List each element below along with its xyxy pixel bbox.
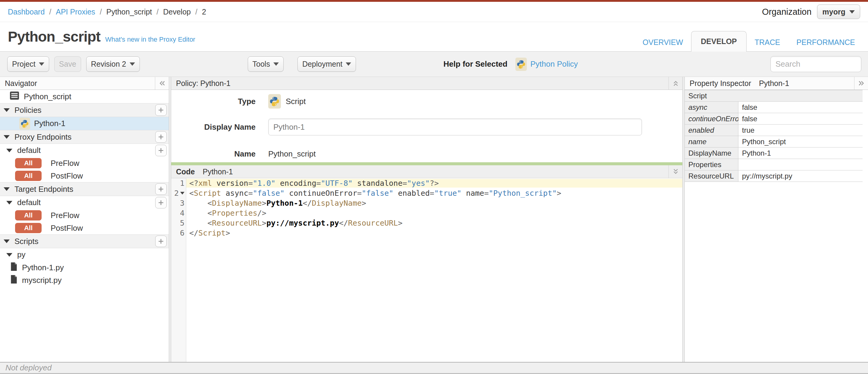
property-value[interactable]: Python_script bbox=[738, 136, 863, 147]
tab-trace[interactable]: TRACE bbox=[747, 33, 788, 52]
property-label: enabled bbox=[685, 124, 738, 136]
property-value[interactable]: py://myscript.py bbox=[738, 170, 863, 181]
caret-down-icon bbox=[4, 108, 10, 112]
add-button[interactable] bbox=[155, 104, 167, 116]
inspector-row-async: asyncfalse bbox=[685, 102, 863, 113]
revision-dropdown[interactable]: Revision 2 bbox=[86, 56, 140, 72]
nav-section-scripts[interactable]: Scripts bbox=[0, 234, 169, 248]
collapse-code-panel-button[interactable] bbox=[669, 165, 682, 178]
property-label: DisplayName bbox=[685, 147, 738, 159]
nav-section-policies[interactable]: Policies bbox=[0, 103, 169, 117]
python-policy-link[interactable]: Python Policy bbox=[530, 59, 578, 69]
breadcrumb-separator: / bbox=[156, 7, 158, 16]
nav-subsection-default[interactable]: default bbox=[0, 144, 169, 157]
breadcrumb-2: 2 bbox=[202, 7, 206, 16]
add-button[interactable] bbox=[155, 131, 167, 143]
code-line-text: <DisplayName>Python-1</DisplayName> bbox=[186, 199, 682, 207]
save-button-label: Save bbox=[59, 60, 76, 68]
property-value[interactable] bbox=[738, 159, 863, 170]
code-line-text: <Script async="false" continueOnError="f… bbox=[186, 189, 682, 198]
breadcrumb-dashboard[interactable]: Dashboard bbox=[8, 7, 44, 16]
type-value: Script bbox=[286, 97, 306, 106]
caret-down-icon bbox=[849, 10, 855, 13]
code-line-1[interactable]: 1<?xml version="1.0" encoding="UTF-8" st… bbox=[171, 178, 682, 188]
property-value[interactable]: true bbox=[738, 124, 863, 136]
apigee-proxy-editor: Dashboard/API Proxies/Python_script/Deve… bbox=[0, 0, 868, 374]
whats-new-link[interactable]: What's new in the Proxy Editor bbox=[105, 36, 195, 44]
save-button[interactable]: Save bbox=[54, 56, 81, 72]
project-button-label: Project bbox=[12, 60, 36, 68]
tab-bar: OVERVIEWDEVELOPTRACEPERFORMANCE bbox=[634, 31, 863, 52]
project-button[interactable]: Project bbox=[7, 56, 49, 72]
nav-label: default bbox=[17, 198, 41, 207]
breadcrumb-bar: Dashboard/API Proxies/Python_script/Deve… bbox=[0, 2, 868, 22]
name-label: Name bbox=[171, 149, 255, 159]
add-button[interactable] bbox=[155, 197, 167, 208]
breadcrumb-api-proxies[interactable]: API Proxies bbox=[56, 7, 95, 16]
expand-inspector-button[interactable] bbox=[854, 77, 868, 90]
add-button[interactable] bbox=[155, 145, 167, 156]
nav-item-python-script[interactable]: Python_script bbox=[0, 90, 169, 103]
nav-section-proxy-endpoints[interactable]: Proxy Endpoints bbox=[0, 130, 169, 144]
property-value[interactable]: false bbox=[738, 102, 863, 113]
code-line-2[interactable]: 2<Script async="false" continueOnError="… bbox=[171, 188, 682, 198]
property-label: ResourceURL bbox=[685, 170, 738, 181]
collapse-navigator-button[interactable] bbox=[155, 77, 169, 90]
breadcrumb-develop: Develop bbox=[163, 7, 191, 16]
code-line-3[interactable]: 3 <DisplayName>Python-1</DisplayName> bbox=[171, 198, 682, 208]
nav-label: py bbox=[17, 250, 25, 259]
property-label: async bbox=[685, 102, 738, 113]
fold-caret-icon[interactable] bbox=[180, 192, 184, 195]
organization-dropdown[interactable]: myorg bbox=[817, 4, 860, 19]
property-label: continueOnError bbox=[685, 113, 738, 124]
property-value[interactable]: Python-1 bbox=[738, 147, 863, 159]
double-chevron-left-icon bbox=[158, 79, 166, 87]
breadcrumb-separator: / bbox=[195, 7, 197, 16]
panel-resize-handle[interactable] bbox=[171, 162, 682, 165]
caret-down-icon bbox=[4, 187, 10, 191]
nav-flow-postflow[interactable]: AllPostFlow bbox=[0, 170, 169, 182]
line-number-cell: 4 bbox=[171, 209, 186, 218]
nav-item-python-1[interactable]: Python-1 bbox=[0, 117, 169, 130]
inspector-resize-divider[interactable] bbox=[682, 77, 685, 362]
display-name-input[interactable] bbox=[268, 118, 642, 136]
code-lines: 1<?xml version="1.0" encoding="UTF-8" st… bbox=[171, 178, 682, 238]
nav-subsection-default[interactable]: default bbox=[0, 196, 169, 209]
code-editor[interactable]: 1<?xml version="1.0" encoding="UTF-8" st… bbox=[171, 178, 682, 362]
search-input[interactable] bbox=[770, 56, 861, 72]
collapse-policy-panel-button[interactable] bbox=[669, 77, 682, 90]
tools-label: Tools bbox=[253, 60, 270, 68]
nav-flow-preflow[interactable]: AllPreFlow bbox=[0, 157, 169, 170]
tab-overview[interactable]: OVERVIEW bbox=[634, 33, 691, 52]
property-value[interactable]: false bbox=[738, 113, 863, 124]
inspector-row-enabled: enabledtrue bbox=[685, 124, 863, 136]
nav-label: Scripts bbox=[14, 237, 38, 246]
property-inspector-panel: Property Inspector Python-1 Scriptasyncf… bbox=[685, 77, 868, 362]
nav-flow-preflow[interactable]: AllPreFlow bbox=[0, 209, 169, 222]
tab-develop[interactable]: DEVELOP bbox=[691, 31, 746, 52]
add-button[interactable] bbox=[155, 183, 167, 195]
nav-item-myscript-py[interactable]: myscript.py bbox=[0, 274, 169, 287]
property-inspector-header: Property Inspector Python-1 bbox=[685, 77, 868, 90]
nav-flow-postflow[interactable]: AllPostFlow bbox=[0, 222, 169, 234]
double-chevron-up-icon bbox=[672, 80, 679, 87]
navigator-panel: Navigator Python_scriptPoliciesPython-1P… bbox=[0, 77, 169, 362]
code-line-5[interactable]: 5 <ResourceURL>py://myscript.py</Resourc… bbox=[171, 218, 682, 228]
deployment-dropdown[interactable]: Deployment bbox=[298, 56, 356, 72]
code-line-4[interactable]: 4 <Properties/> bbox=[171, 208, 682, 218]
line-number: 4 bbox=[180, 209, 184, 218]
nav-section-target-endpoints[interactable]: Target Endpoints bbox=[0, 182, 169, 196]
breadcrumb-python-script: Python_script bbox=[106, 7, 152, 16]
code-panel-label: Code bbox=[171, 167, 195, 176]
nav-subsection-py[interactable]: py bbox=[0, 248, 169, 261]
navigator-tree: Python_scriptPoliciesPython-1Proxy Endpo… bbox=[0, 90, 169, 362]
code-panel-header: Code Python-1 bbox=[171, 165, 682, 178]
nav-item-python-1-py[interactable]: Python-1.py bbox=[0, 261, 169, 274]
code-line-text: <Properties/> bbox=[186, 209, 682, 218]
code-line-6[interactable]: 6</Script> bbox=[171, 228, 682, 238]
inspector-row-properties: Properties bbox=[685, 159, 863, 170]
add-button[interactable] bbox=[155, 235, 167, 247]
tools-dropdown[interactable]: Tools bbox=[248, 56, 284, 72]
navigator-resize-divider[interactable] bbox=[169, 77, 171, 362]
tab-performance[interactable]: PERFORMANCE bbox=[788, 33, 863, 52]
